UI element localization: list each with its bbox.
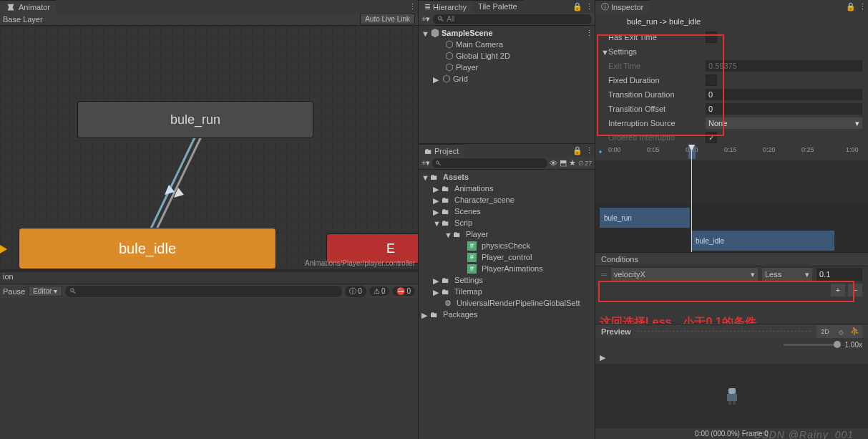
hidden-count[interactable]: ∅27: [578, 160, 592, 167]
lock-icon[interactable]: 🔒: [846, 2, 856, 11]
remove-condition-button[interactable]: −: [848, 284, 862, 296]
foldout-icon[interactable]: ▶: [433, 276, 440, 284]
hierarchy-tree: ▼ SampleScene ⋮ Main Camera Global Light…: [419, 26, 595, 86]
folder-icon: 🖿: [453, 230, 461, 238]
ordered-interruption-row: Ordered Interruptio ✓: [595, 130, 868, 145]
info-count[interactable]: ⓘ0: [345, 286, 366, 297]
kebab-icon[interactable]: ⋮: [585, 2, 592, 11]
transition-offset-field[interactable]: 0: [706, 103, 862, 115]
foldout-icon[interactable]: ▶: [433, 196, 440, 203]
hierarchy-item[interactable]: ▶Grid: [419, 73, 595, 85]
condition-param-dropdown[interactable]: velocityX▾: [611, 268, 758, 281]
transition-title: bule_run -> bule_idle: [595, 13, 868, 30]
filter-icon[interactable]: ⬒: [560, 158, 567, 168]
hierarchy-item[interactable]: Main Camera: [419, 39, 595, 50]
error-count[interactable]: ⛔0: [392, 286, 415, 296]
star-icon[interactable]: ★: [569, 158, 576, 168]
create-dropdown[interactable]: +▾: [421, 14, 430, 24]
foldout-icon[interactable]: ▼: [421, 173, 429, 180]
avatar-icon[interactable]: ⛹: [848, 325, 862, 338]
kebab-icon[interactable]: ⋮: [859, 2, 865, 11]
project-search[interactable]: 🔍︎: [432, 158, 547, 168]
script-item[interactable]: # Player_control: [419, 251, 595, 263]
layer-breadcrumb[interactable]: Base Layer: [3, 15, 43, 24]
hierarchy-search[interactable]: 🔍︎ All: [433, 14, 592, 24]
folder-item[interactable]: ▼🖿 Scrip: [419, 217, 595, 228]
animator-tab[interactable]: Animator: [0, 0, 56, 13]
assets-folder[interactable]: ▼🖿 Assets: [419, 171, 595, 183]
conditions-header: Conditions: [595, 252, 868, 266]
condition-op-dropdown[interactable]: Less▾: [762, 268, 812, 281]
foldout-icon[interactable]: ▼: [444, 231, 452, 238]
settings-header[interactable]: ▼ Settings: [595, 44, 868, 59]
folder-item[interactable]: ▶🖿 Animations: [419, 183, 595, 194]
folder-icon: 🖿: [442, 207, 449, 216]
animator-graph[interactable]: bule_run bule_idle E Animations/Player/p…: [0, 26, 418, 269]
folder-item[interactable]: ▶🖿 Character_scene: [419, 194, 595, 206]
search-icon: 🔍︎: [69, 287, 77, 295]
clip-dest[interactable]: bule_idle: [691, 231, 834, 251]
foldout-icon[interactable]: ▶: [433, 208, 440, 215]
console-search[interactable]: 🔍︎: [65, 286, 342, 297]
cube-icon: [444, 39, 454, 49]
packages-folder[interactable]: ▶🖿 Packages: [419, 309, 595, 320]
inspector-tab[interactable]: ⓘInspector: [595, 0, 649, 13]
warn-count[interactable]: ⚠0: [369, 286, 390, 296]
info-icon: ⓘ: [349, 286, 356, 296]
node-bule-run[interactable]: bule_run: [77, 101, 313, 138]
node-bule-idle[interactable]: bule_idle: [19, 228, 276, 269]
lock-icon[interactable]: 🔒: [572, 2, 582, 11]
script-item[interactable]: # PlayerAnimations: [419, 263, 595, 274]
asset-item[interactable]: ⚙ UniversalRenderPipelineGlobalSett: [419, 297, 595, 309]
entry-arrow-icon: [0, 245, 7, 254]
2d-toggle[interactable]: 2D: [816, 325, 834, 338]
drag-handle-icon[interactable]: ═: [601, 270, 607, 279]
tile-palette-tab[interactable]: Tile Palette: [472, 0, 523, 13]
foldout-icon[interactable]: ▶: [421, 311, 429, 318]
editor-dropdown[interactable]: Editor▾: [28, 286, 62, 296]
script-item[interactable]: # physicsCheck: [419, 240, 595, 251]
foldout-icon[interactable]: ▼: [433, 219, 440, 226]
foldout-icon[interactable]: ▶: [433, 288, 440, 295]
folder-item[interactable]: ▼🖿 Player: [419, 228, 595, 240]
fixed-duration-checkbox[interactable]: [706, 74, 717, 86]
error-icon: ⛔: [396, 287, 405, 295]
clip-source[interactable]: bule_run: [600, 208, 690, 228]
condition-value-field[interactable]: 0.1: [816, 268, 862, 281]
timeline-ruler[interactable]: ⬥ 0:00 0:05 0:10 0:15 0:20 0:25 1:00: [595, 145, 868, 160]
folder-item[interactable]: ▶🖿 Tilemap: [419, 286, 595, 297]
add-condition-button[interactable]: +: [831, 284, 845, 296]
light-icon[interactable]: ☼: [834, 325, 848, 338]
ordered-interruption-checkbox[interactable]: ✓: [706, 132, 717, 143]
kebab-icon[interactable]: ⋮: [585, 146, 592, 155]
foldout-icon[interactable]: ▼: [421, 29, 429, 37]
script-icon: #: [467, 241, 477, 251]
play-button[interactable]: ▶: [600, 353, 605, 362]
svg-rect-5: [727, 394, 737, 401]
script-icon: #: [467, 253, 477, 262]
filter-icon[interactable]: 👁: [550, 159, 557, 168]
start-marker-icon[interactable]: ⬥: [598, 147, 603, 155]
folder-item[interactable]: ▶🖿 Scenes: [419, 206, 595, 217]
interruption-source-dropdown[interactable]: None▾: [706, 117, 862, 129]
kebab-icon[interactable]: ⋮: [585, 29, 592, 38]
hierarchy-item[interactable]: Player: [419, 62, 595, 73]
folder-item[interactable]: ▶🖿 Settings: [419, 274, 595, 286]
lock-icon[interactable]: 🔒: [572, 146, 582, 155]
has-exit-time-checkbox[interactable]: [706, 32, 717, 43]
create-dropdown[interactable]: +▾: [421, 158, 430, 168]
scene-row[interactable]: ▼ SampleScene ⋮: [419, 27, 595, 39]
kebab-icon[interactable]: ⋮: [409, 2, 415, 11]
speed-slider[interactable]: [784, 344, 841, 346]
hierarchy-tab[interactable]: ≣Hierarchy: [419, 0, 472, 13]
auto-live-link-button[interactable]: Auto Live Link: [360, 14, 415, 24]
playhead[interactable]: [691, 145, 692, 252]
preview-viewport[interactable]: [595, 364, 868, 428]
foldout-icon[interactable]: ▶: [433, 185, 440, 192]
transition-duration-field[interactable]: 0: [706, 89, 862, 100]
foldout-icon[interactable]: ▶: [433, 75, 440, 82]
project-tab[interactable]: 🖿Project: [419, 144, 464, 157]
transition-timeline[interactable]: ⬥ 0:00 0:05 0:10 0:15 0:20 0:25 1:00 bul…: [595, 145, 868, 252]
hierarchy-item[interactable]: Global Light 2D: [419, 50, 595, 62]
foldout-icon[interactable]: ▼: [601, 48, 608, 55]
